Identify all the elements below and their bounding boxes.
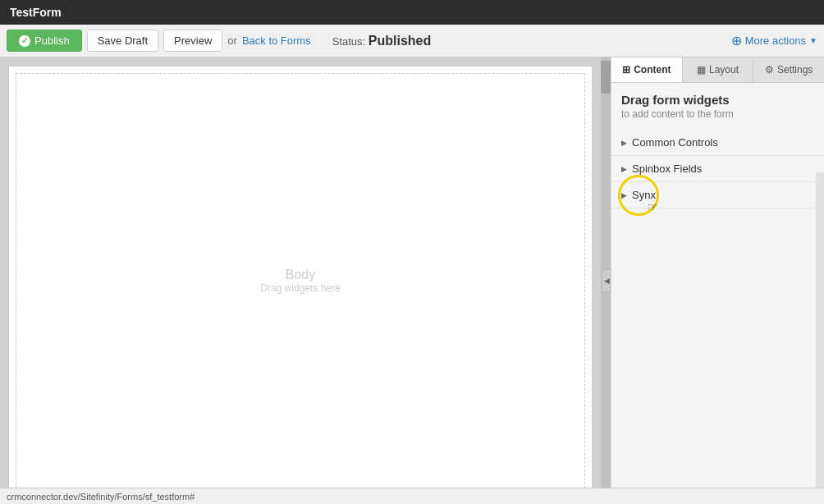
widget-sections-list: ▶ Common Controls ▶ Spinbox Fields ▶ Syn… [611,123,824,504]
triangle-icon-common: ▶ [621,139,627,147]
more-actions-button[interactable]: ⊕ More actions ▼ [731,33,817,48]
canvas-body-section[interactable]: Body Drag widgets here [16,73,585,488]
section-label-common: Common Controls [632,136,718,149]
scrollbar-thumb[interactable] [601,61,611,94]
or-separator: or [227,34,237,47]
status-value: Published [369,34,431,48]
tab-settings[interactable]: ⚙ Settings [753,57,824,82]
canvas-inner: Body Drag widgets here [8,66,593,496]
section-label-synx: Synx [632,189,656,201]
drag-hint-text: Drag widgets here [260,282,340,294]
main-layout: Body Drag widgets here ◀ ⊞ Content ▦ Lay… [0,57,824,504]
tab-content[interactable]: ⊞ Content [611,57,683,82]
layout-icon: ▦ [697,64,706,76]
chevron-down-icon: ▼ [809,36,817,45]
panel-collapse-toggle[interactable]: ◀ [602,269,611,292]
section-synx[interactable]: ▶ Synx ☞ [611,182,824,208]
triangle-icon-spinbox: ▶ [621,165,627,173]
cursor-pointer-icon: ☞ [648,200,658,213]
tab-layout[interactable]: ▦ Layout [683,57,754,82]
title-bar: TestForm [0,0,824,25]
triangle-icon-synx: ▶ [621,191,627,199]
app-title: TestForm [10,6,62,19]
section-common-controls[interactable]: ▶ Common Controls [611,130,824,156]
section-spinbox-fields[interactable]: ▶ Spinbox Fields [611,156,824,182]
publish-button[interactable]: ✓ Publish [7,30,82,52]
drag-subtitle: to add content to the form [621,108,814,120]
section-label-spinbox: Spinbox Fields [632,163,702,175]
status-area: Status: Published [332,34,432,48]
plus-icon: ⊕ [731,33,742,48]
status-bar-url: crmconnector.dev/Sitefinity/Forms/sf_tes… [7,492,195,502]
status-bar: crmconnector.dev/Sitefinity/Forms/sf_tes… [0,488,824,504]
toolbar: ✓ Publish Save Draft Preview or Back to … [0,25,824,57]
grid-icon: ⊞ [622,64,630,76]
drag-widgets-header: Drag form widgets to add content to the … [611,83,824,123]
preview-button[interactable]: Preview [163,30,222,52]
settings-icon: ⚙ [765,64,774,76]
right-panel: ◀ ⊞ Content ▦ Layout ⚙ Settings Drag for… [611,57,824,504]
drag-title: Drag form widgets [621,93,814,107]
panel-scrollbar[interactable] [816,172,824,504]
panel-tabs: ⊞ Content ▦ Layout ⚙ Settings [611,57,824,83]
body-section-title: Body [286,268,315,282]
save-draft-button[interactable]: Save Draft [87,30,158,52]
check-icon: ✓ [19,35,30,47]
back-to-forms-link[interactable]: Back to Forms [242,34,311,47]
canvas-area: Body Drag widgets here [0,57,611,504]
